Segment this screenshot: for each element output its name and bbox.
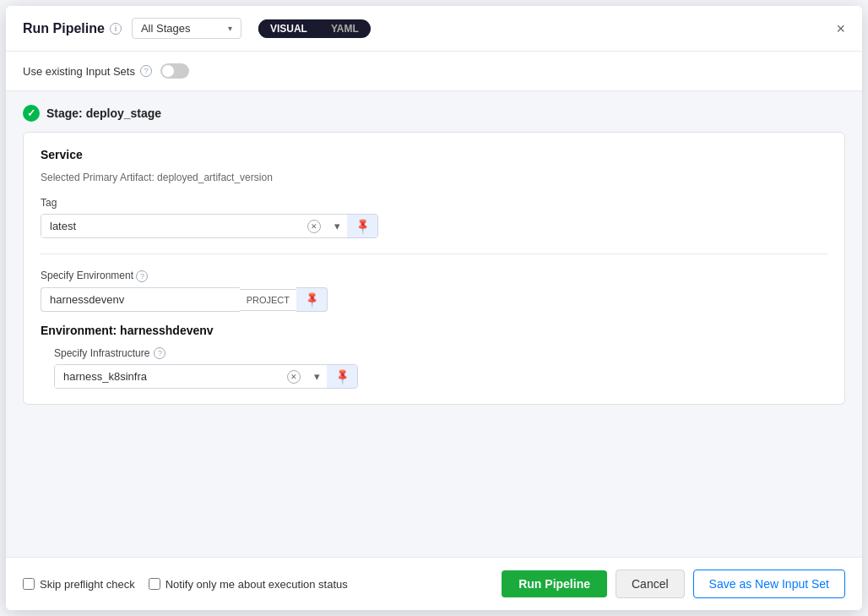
run-pipeline-button[interactable]: Run Pipeline (502, 570, 607, 597)
stage-dropdown-label: All Stages (141, 22, 191, 35)
env-field-label: Specify Environment ? (41, 270, 827, 282)
infra-pin-btn[interactable]: 📌 (327, 365, 357, 388)
chevron-down-icon: ▾ (314, 370, 320, 383)
service-title: Service (41, 148, 827, 161)
stage-label: ✓ Stage: deploy_stage (23, 105, 845, 122)
artifact-label: Selected Primary Artifact: deployed_arti… (41, 172, 827, 183)
input-sets-label-text: Use existing Input Sets (23, 65, 135, 78)
env-pin-btn[interactable]: 📌 (296, 287, 328, 312)
tag-dropdown-btn[interactable]: ▾ (328, 216, 347, 236)
divider (41, 253, 827, 254)
env-input-row: PROJECT 📌 (41, 287, 328, 312)
env-section-title-text: Environment: harnesshdevenv (41, 324, 214, 337)
tag-pin-btn[interactable]: 📌 (347, 215, 377, 237)
tag-input[interactable] (41, 215, 301, 237)
infra-input-row: ✕ ▾ 📌 (54, 364, 358, 389)
env-badge: PROJECT (240, 289, 296, 311)
env-label-text: Specify Environment (41, 270, 133, 281)
tag-field-label: Tag (41, 197, 827, 209)
infra-dropdown-btn[interactable]: ▾ (307, 367, 327, 386)
input-sets-info-icon[interactable]: ? (140, 65, 152, 77)
run-pipeline-modal: Run Pipeline i All Stages ▾ VISUAL YAML … (6, 6, 862, 610)
env-section-title: Environment: harnesshdevenv (41, 324, 827, 337)
stage-label-text: Stage: deploy_stage (46, 106, 161, 120)
tag-clear-btn[interactable]: ✕ (301, 216, 328, 237)
notify-only-input[interactable] (149, 578, 160, 590)
view-toggle: VISUAL YAML (258, 19, 371, 38)
pin-icon: 📌 (333, 368, 351, 386)
infra-field-label: Specify Infrastructure ? (54, 347, 827, 359)
save-as-new-input-set-button[interactable]: Save as New Input Set (693, 570, 845, 598)
visual-toggle-btn[interactable]: VISUAL (258, 19, 319, 38)
modal-title: Run Pipeline i (23, 21, 122, 36)
clear-icon: ✕ (287, 370, 301, 384)
footer-actions: Run Pipeline Cancel Save as New Input Se… (502, 570, 845, 598)
notify-only-label: Notify only me about execution status (165, 578, 348, 591)
cancel-button[interactable]: Cancel (616, 570, 685, 598)
infra-label-text: Specify Infrastructure (54, 347, 149, 359)
stage-card: Service Selected Primary Artifact: deplo… (23, 132, 845, 405)
input-sets-toggle[interactable] (160, 63, 189, 79)
skip-preflight-checkbox[interactable]: Skip preflight check (23, 578, 135, 591)
modal-footer: Skip preflight check Notify only me abou… (6, 557, 862, 610)
input-sets-label: Use existing Input Sets ? (23, 65, 152, 78)
skip-preflight-label: Skip preflight check (40, 578, 135, 591)
modal-header: Run Pipeline i All Stages ▾ VISUAL YAML … (6, 6, 862, 52)
clear-icon: ✕ (307, 220, 321, 233)
chevron-down-icon: ▾ (334, 220, 340, 232)
infra-clear-btn[interactable]: ✕ (280, 366, 307, 387)
infra-input[interactable] (55, 365, 280, 388)
modal-body: Use existing Input Sets ? ✓ Stage: deplo… (6, 52, 862, 557)
skip-preflight-input[interactable] (23, 578, 35, 590)
stage-success-icon: ✓ (23, 105, 40, 122)
modal-title-text: Run Pipeline (23, 21, 105, 36)
yaml-toggle-btn[interactable]: YAML (319, 19, 371, 38)
env-info-icon[interactable]: ? (136, 270, 148, 282)
stage-dropdown[interactable]: All Stages ▾ (132, 18, 241, 39)
input-sets-row: Use existing Input Sets ? (6, 52, 862, 91)
infra-info-icon[interactable]: ? (154, 347, 165, 359)
notify-only-checkbox[interactable]: Notify only me about execution status (149, 578, 348, 591)
title-info-icon[interactable]: i (110, 23, 122, 35)
chevron-down-icon: ▾ (228, 24, 232, 33)
tag-input-row: ✕ ▾ 📌 (41, 214, 378, 238)
pin-icon: 📌 (302, 291, 321, 309)
pin-icon: 📌 (353, 217, 372, 236)
env-input[interactable] (41, 287, 240, 312)
close-button[interactable]: × (836, 21, 845, 36)
stage-section: ✓ Stage: deploy_stage Service Selected P… (23, 105, 845, 405)
